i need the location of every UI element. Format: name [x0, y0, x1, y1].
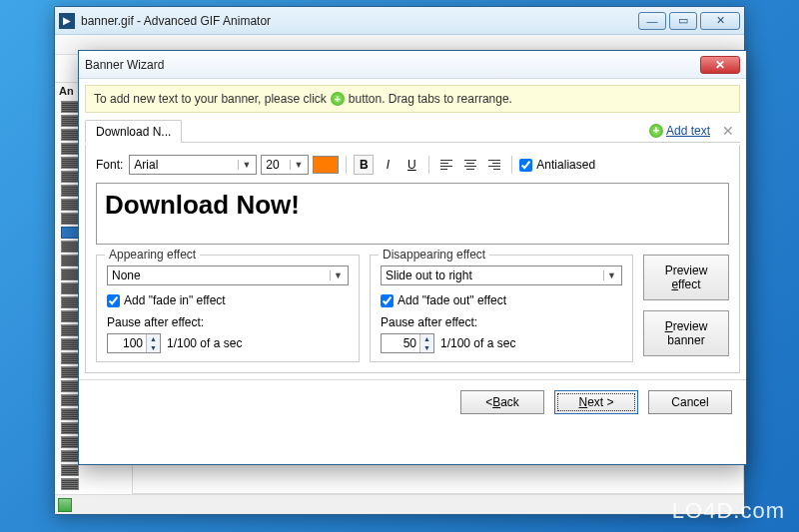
pause-label: Pause after effect:	[107, 315, 204, 329]
frame-thumb[interactable]	[61, 157, 79, 169]
frame-thumb[interactable]	[61, 478, 79, 490]
separator	[346, 156, 347, 174]
dialog-close-button[interactable]: ✕	[700, 56, 740, 74]
frame-thumb[interactable]	[61, 324, 79, 336]
app-icon: ▶	[59, 13, 75, 29]
bold-button[interactable]: B	[354, 155, 374, 175]
appearing-pause-field[interactable]	[108, 334, 146, 352]
text-preview[interactable]: Download Now!	[96, 183, 729, 245]
frame-thumb[interactable]	[61, 199, 79, 211]
frame-thumb[interactable]	[61, 422, 79, 434]
align-left-button[interactable]	[436, 155, 456, 175]
frame-thumb[interactable]	[61, 296, 79, 308]
tab-row: Download N... + Add text ✕	[85, 119, 740, 143]
fade-out-check-input[interactable]	[381, 294, 394, 307]
hint-text-before: To add new text to your banner, please c…	[94, 92, 327, 106]
font-family-combo[interactable]: Arial ▼	[129, 155, 257, 175]
add-text-link[interactable]: Add text	[666, 124, 710, 138]
tab-download[interactable]: Download N...	[85, 120, 182, 143]
font-color-swatch[interactable]	[313, 156, 339, 174]
frame-thumb[interactable]	[61, 143, 79, 155]
font-toolbar: Font: Arial ▼ 20 ▼ B I U	[96, 155, 729, 175]
status-icon	[58, 498, 72, 512]
preview-effect-button[interactable]: Previeweffect	[643, 255, 729, 300]
frame-thumb[interactable]	[61, 213, 79, 225]
frame-thumb[interactable]	[61, 408, 79, 420]
fade-in-check-input[interactable]	[107, 294, 120, 307]
frame-thumb[interactable]	[61, 380, 79, 392]
frame-thumb[interactable]	[61, 338, 79, 350]
align-center-button[interactable]	[460, 155, 480, 175]
font-label: Font:	[96, 158, 123, 172]
frame-thumb[interactable]	[61, 282, 79, 294]
frame-thumb[interactable]	[61, 352, 79, 364]
frame-thumb[interactable]	[61, 129, 79, 141]
main-titlebar: ▶ banner.gif - Advanced GIF Animator — ▭…	[55, 7, 744, 35]
frame-thumb-selected[interactable]	[61, 227, 79, 239]
separator	[511, 156, 512, 174]
antialiased-check-input[interactable]	[519, 159, 532, 172]
frame-thumb[interactable]	[61, 268, 79, 280]
pause-unit: 1/100 of a sec	[167, 336, 242, 350]
cancel-button[interactable]: Cancel	[648, 390, 732, 414]
minimize-button[interactable]: —	[638, 12, 666, 30]
separator	[428, 156, 429, 174]
frame-thumb[interactable]	[61, 464, 79, 476]
disappearing-pause-field[interactable]	[382, 334, 419, 352]
next-button[interactable]: Next >	[554, 390, 638, 414]
appearing-effect-combo[interactable]: None ▼	[107, 266, 349, 285]
frame-thumb[interactable]	[61, 101, 79, 113]
tab-content: Font: Arial ▼ 20 ▼ B I U	[85, 145, 740, 373]
preview-banner-button[interactable]: Previewbanner	[643, 310, 729, 356]
frame-thumb[interactable]	[61, 450, 79, 462]
tab-close-icon[interactable]: ✕	[716, 123, 740, 139]
close-button[interactable]: ✕	[700, 12, 740, 30]
plus-icon: +	[649, 124, 663, 138]
disappearing-effect-combo[interactable]: Slide out to right ▼	[381, 266, 622, 285]
frame-thumb[interactable]	[61, 115, 79, 127]
spinner-buttons[interactable]: ▲▼	[146, 334, 160, 352]
frame-thumb[interactable]	[61, 255, 79, 266]
appearing-effect-group: Appearing effect None ▼ Add "fade in" ef…	[96, 255, 360, 362]
spinner-buttons[interactable]: ▲▼	[419, 334, 433, 352]
align-right-button[interactable]	[484, 155, 504, 175]
fade-in-checkbox[interactable]: Add "fade in" effect	[107, 293, 226, 307]
hint-text-after: button. Drag tabs to rearrange.	[349, 92, 512, 106]
back-button[interactable]: < Back	[460, 390, 544, 414]
underline-button[interactable]: U	[401, 155, 421, 175]
chevron-down-icon: ▼	[603, 270, 619, 280]
plus-icon: +	[331, 92, 345, 106]
antialiased-checkbox[interactable]: Antialiased	[519, 158, 595, 172]
watermark: LO4D.com	[672, 498, 785, 524]
font-size-combo[interactable]: 20 ▼	[261, 155, 309, 175]
italic-button[interactable]: I	[378, 155, 398, 175]
main-window-title: banner.gif - Advanced GIF Animator	[81, 14, 638, 28]
group-title: Disappearing effect	[379, 248, 489, 262]
frame-thumb[interactable]	[61, 366, 79, 378]
appearing-pause-input[interactable]: ▲▼	[107, 333, 161, 353]
frame-thumb[interactable]	[61, 436, 79, 448]
dialog-titlebar: Banner Wizard ✕	[79, 51, 746, 79]
status-bar	[55, 494, 744, 514]
frame-thumb[interactable]	[61, 394, 79, 406]
frame-thumb[interactable]	[61, 185, 79, 197]
dialog-title: Banner Wizard	[85, 58, 700, 72]
banner-wizard-dialog: Banner Wizard ✕ To add new text to your …	[78, 50, 747, 465]
frame-thumb[interactable]	[61, 171, 79, 183]
frame-thumb[interactable]	[61, 241, 79, 253]
disappearing-effect-group: Disappearing effect Slide out to right ▼…	[370, 255, 633, 362]
hint-bar: To add new text to your banner, please c…	[85, 85, 740, 113]
fade-out-checkbox[interactable]: Add "fade out" effect	[381, 293, 506, 307]
group-title: Appearing effect	[105, 248, 200, 262]
maximize-button[interactable]: ▭	[669, 12, 697, 30]
chevron-down-icon: ▼	[330, 270, 346, 280]
pause-unit: 1/100 of a sec	[440, 336, 515, 350]
pause-label: Pause after effect:	[381, 315, 477, 329]
disappearing-pause-input[interactable]: ▲▼	[381, 333, 434, 353]
wizard-nav: < Back Next > Cancel	[79, 379, 746, 424]
chevron-down-icon: ▼	[290, 160, 306, 170]
chevron-down-icon: ▼	[238, 160, 254, 170]
frame-thumb[interactable]	[61, 310, 79, 322]
